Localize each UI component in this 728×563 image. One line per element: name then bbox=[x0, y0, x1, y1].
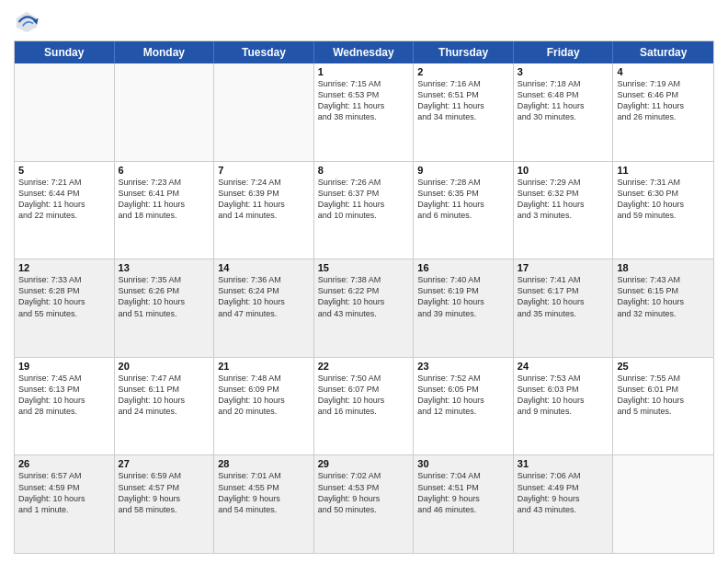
cal-cell-24: 24Sunrise: 7:53 AM Sunset: 6:03 PM Dayli… bbox=[514, 358, 614, 455]
cal-cell-23: 23Sunrise: 7:52 AM Sunset: 6:05 PM Dayli… bbox=[414, 358, 514, 455]
calendar-header: SundayMondayTuesdayWednesdayThursdayFrid… bbox=[15, 41, 713, 63]
cal-cell-17: 17Sunrise: 7:41 AM Sunset: 6:17 PM Dayli… bbox=[514, 259, 614, 357]
cal-cell-13: 13Sunrise: 7:35 AM Sunset: 6:26 PM Dayli… bbox=[115, 259, 215, 357]
day-number: 17 bbox=[518, 262, 609, 273]
header-day-wednesday: Wednesday bbox=[314, 41, 415, 63]
calendar-row-2: 12Sunrise: 7:33 AM Sunset: 6:28 PM Dayli… bbox=[15, 259, 713, 357]
cal-cell-empty bbox=[214, 63, 314, 161]
calendar-row-3: 19Sunrise: 7:45 AM Sunset: 6:13 PM Dayli… bbox=[15, 357, 713, 455]
cal-cell-25: 25Sunrise: 7:55 AM Sunset: 6:01 PM Dayli… bbox=[613, 358, 713, 455]
day-number: 21 bbox=[218, 361, 310, 372]
day-number: 4 bbox=[617, 66, 710, 77]
day-number: 20 bbox=[119, 361, 210, 372]
header-day-sunday: Sunday bbox=[15, 41, 115, 63]
day-number: 13 bbox=[119, 262, 210, 273]
day-info: Sunrise: 7:47 AM Sunset: 6:11 PM Dayligh… bbox=[119, 373, 210, 418]
day-number: 5 bbox=[18, 165, 110, 176]
cal-cell-26: 26Sunrise: 6:57 AM Sunset: 4:59 PM Dayli… bbox=[15, 455, 115, 553]
day-number: 26 bbox=[18, 458, 110, 469]
cal-cell-5: 5Sunrise: 7:21 AM Sunset: 6:44 PM Daylig… bbox=[15, 162, 115, 259]
day-number: 23 bbox=[417, 361, 509, 372]
day-info: Sunrise: 7:16 AM Sunset: 6:51 PM Dayligh… bbox=[417, 78, 509, 123]
day-info: Sunrise: 7:41 AM Sunset: 6:17 PM Dayligh… bbox=[518, 274, 609, 319]
cal-cell-empty bbox=[115, 63, 215, 161]
header-day-tuesday: Tuesday bbox=[214, 41, 314, 63]
day-number: 10 bbox=[518, 165, 609, 176]
header bbox=[14, 9, 714, 35]
cal-cell-28: 28Sunrise: 7:01 AM Sunset: 4:55 PM Dayli… bbox=[214, 455, 314, 553]
day-info: Sunrise: 6:57 AM Sunset: 4:59 PM Dayligh… bbox=[18, 470, 110, 515]
cal-cell-27: 27Sunrise: 6:59 AM Sunset: 4:57 PM Dayli… bbox=[115, 455, 215, 553]
cal-cell-10: 10Sunrise: 7:29 AM Sunset: 6:32 PM Dayli… bbox=[514, 162, 614, 259]
cal-cell-7: 7Sunrise: 7:24 AM Sunset: 6:39 PM Daylig… bbox=[214, 162, 314, 259]
header-day-saturday: Saturday bbox=[613, 41, 713, 63]
cal-cell-3: 3Sunrise: 7:18 AM Sunset: 6:48 PM Daylig… bbox=[514, 63, 614, 161]
day-number: 7 bbox=[218, 165, 310, 176]
cal-cell-21: 21Sunrise: 7:48 AM Sunset: 6:09 PM Dayli… bbox=[214, 358, 314, 455]
cal-cell-12: 12Sunrise: 7:33 AM Sunset: 6:28 PM Dayli… bbox=[15, 259, 115, 357]
day-info: Sunrise: 7:36 AM Sunset: 6:24 PM Dayligh… bbox=[218, 274, 310, 319]
day-number: 6 bbox=[119, 165, 210, 176]
cal-cell-20: 20Sunrise: 7:47 AM Sunset: 6:11 PM Dayli… bbox=[115, 358, 215, 455]
cal-cell-18: 18Sunrise: 7:43 AM Sunset: 6:15 PM Dayli… bbox=[613, 259, 713, 357]
day-info: Sunrise: 7:19 AM Sunset: 6:46 PM Dayligh… bbox=[617, 78, 710, 123]
day-info: Sunrise: 7:21 AM Sunset: 6:44 PM Dayligh… bbox=[18, 177, 110, 222]
day-info: Sunrise: 7:28 AM Sunset: 6:35 PM Dayligh… bbox=[417, 177, 509, 222]
cal-cell-31: 31Sunrise: 7:06 AM Sunset: 4:49 PM Dayli… bbox=[514, 455, 614, 553]
header-day-friday: Friday bbox=[514, 41, 614, 63]
calendar-row-1: 5Sunrise: 7:21 AM Sunset: 6:44 PM Daylig… bbox=[15, 161, 713, 259]
day-number: 8 bbox=[318, 165, 410, 176]
day-info: Sunrise: 7:38 AM Sunset: 6:22 PM Dayligh… bbox=[318, 274, 410, 319]
day-info: Sunrise: 7:45 AM Sunset: 6:13 PM Dayligh… bbox=[18, 373, 110, 418]
header-day-thursday: Thursday bbox=[414, 41, 514, 63]
calendar-row-0: 1Sunrise: 7:15 AM Sunset: 6:53 PM Daylig… bbox=[15, 63, 713, 161]
day-info: Sunrise: 7:23 AM Sunset: 6:41 PM Dayligh… bbox=[119, 177, 210, 222]
day-info: Sunrise: 7:52 AM Sunset: 6:05 PM Dayligh… bbox=[417, 373, 509, 418]
cal-cell-9: 9Sunrise: 7:28 AM Sunset: 6:35 PM Daylig… bbox=[414, 162, 514, 259]
day-info: Sunrise: 6:59 AM Sunset: 4:57 PM Dayligh… bbox=[119, 470, 210, 515]
cal-cell-14: 14Sunrise: 7:36 AM Sunset: 6:24 PM Dayli… bbox=[214, 259, 314, 357]
calendar: SundayMondayTuesdayWednesdayThursdayFrid… bbox=[14, 40, 714, 554]
day-info: Sunrise: 7:26 AM Sunset: 6:37 PM Dayligh… bbox=[318, 177, 410, 222]
cal-cell-empty bbox=[15, 63, 115, 161]
day-number: 9 bbox=[417, 165, 509, 176]
logo bbox=[14, 9, 43, 35]
day-number: 22 bbox=[318, 361, 410, 372]
cal-cell-22: 22Sunrise: 7:50 AM Sunset: 6:07 PM Dayli… bbox=[314, 358, 415, 455]
day-number: 28 bbox=[218, 458, 310, 469]
day-number: 30 bbox=[417, 458, 509, 469]
day-info: Sunrise: 7:43 AM Sunset: 6:15 PM Dayligh… bbox=[617, 274, 710, 319]
day-number: 25 bbox=[617, 361, 710, 372]
cal-cell-2: 2Sunrise: 7:16 AM Sunset: 6:51 PM Daylig… bbox=[414, 63, 514, 161]
day-info: Sunrise: 7:06 AM Sunset: 4:49 PM Dayligh… bbox=[518, 470, 609, 515]
day-info: Sunrise: 7:15 AM Sunset: 6:53 PM Dayligh… bbox=[318, 78, 410, 123]
day-number: 15 bbox=[318, 262, 410, 273]
day-info: Sunrise: 7:04 AM Sunset: 4:51 PM Dayligh… bbox=[417, 470, 509, 515]
day-number: 11 bbox=[617, 165, 710, 176]
day-info: Sunrise: 7:18 AM Sunset: 6:48 PM Dayligh… bbox=[518, 78, 609, 123]
day-number: 16 bbox=[417, 262, 509, 273]
cal-cell-1: 1Sunrise: 7:15 AM Sunset: 6:53 PM Daylig… bbox=[314, 63, 415, 161]
day-info: Sunrise: 7:02 AM Sunset: 4:53 PM Dayligh… bbox=[318, 470, 410, 515]
day-number: 14 bbox=[218, 262, 310, 273]
day-info: Sunrise: 7:53 AM Sunset: 6:03 PM Dayligh… bbox=[518, 373, 609, 418]
day-number: 31 bbox=[518, 458, 609, 469]
day-number: 18 bbox=[617, 262, 710, 273]
day-info: Sunrise: 7:31 AM Sunset: 6:30 PM Dayligh… bbox=[617, 177, 710, 222]
day-number: 24 bbox=[518, 361, 609, 372]
day-info: Sunrise: 7:01 AM Sunset: 4:55 PM Dayligh… bbox=[218, 470, 310, 515]
cal-cell-11: 11Sunrise: 7:31 AM Sunset: 6:30 PM Dayli… bbox=[613, 162, 713, 259]
cal-cell-empty bbox=[613, 455, 713, 553]
calendar-row-4: 26Sunrise: 6:57 AM Sunset: 4:59 PM Dayli… bbox=[15, 454, 713, 553]
cal-cell-15: 15Sunrise: 7:38 AM Sunset: 6:22 PM Dayli… bbox=[314, 259, 415, 357]
logo-icon bbox=[14, 9, 40, 35]
day-info: Sunrise: 7:33 AM Sunset: 6:28 PM Dayligh… bbox=[18, 274, 110, 319]
day-info: Sunrise: 7:50 AM Sunset: 6:07 PM Dayligh… bbox=[318, 373, 410, 418]
day-info: Sunrise: 7:55 AM Sunset: 6:01 PM Dayligh… bbox=[617, 373, 710, 418]
cal-cell-16: 16Sunrise: 7:40 AM Sunset: 6:19 PM Dayli… bbox=[414, 259, 514, 357]
cal-cell-6: 6Sunrise: 7:23 AM Sunset: 6:41 PM Daylig… bbox=[115, 162, 215, 259]
cal-cell-30: 30Sunrise: 7:04 AM Sunset: 4:51 PM Dayli… bbox=[414, 455, 514, 553]
cal-cell-4: 4Sunrise: 7:19 AM Sunset: 6:46 PM Daylig… bbox=[613, 63, 713, 161]
day-info: Sunrise: 7:35 AM Sunset: 6:26 PM Dayligh… bbox=[119, 274, 210, 319]
page: SundayMondayTuesdayWednesdayThursdayFrid… bbox=[0, 0, 728, 563]
